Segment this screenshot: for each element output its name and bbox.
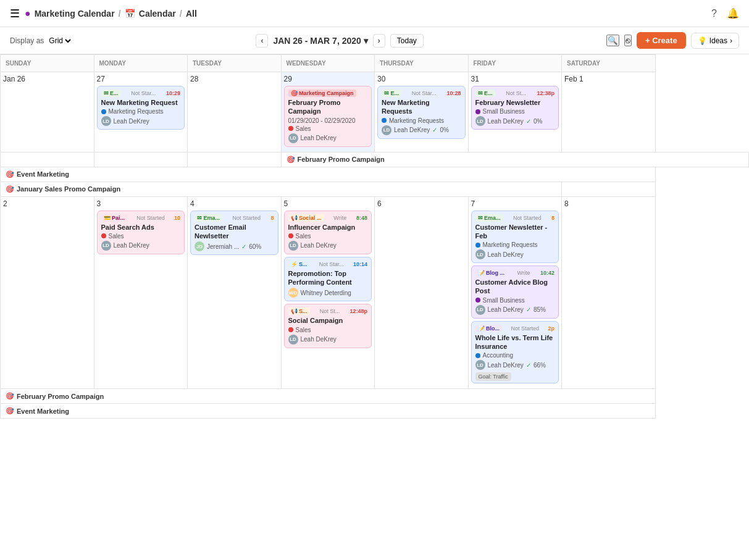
assignee-name: Leah DeKrey (488, 251, 524, 258)
event-customer-advice[interactable]: 📝 Blog ... Write 10:42 Customer Advice B… (471, 265, 559, 319)
list-dot (101, 109, 106, 114)
event-feb-promo[interactable]: 🎯 Marketing Campaign February Promo Camp… (284, 86, 372, 147)
promo-icon: 🎯 (287, 156, 295, 164)
event-text2: Event Marketing (17, 407, 69, 415)
event-tag: ✉ E... (382, 90, 401, 97)
assignee-name: Leah DeKrey (301, 336, 337, 343)
event-social-campaign[interactable]: 📢 S... Not St... 12:48p Social Campaign … (284, 304, 372, 348)
assignee-name: Leah DeKrey (394, 127, 430, 133)
event-status: Not Star... (131, 90, 156, 96)
day-27: 27 ✉ E... Not Star... 10:29 New Marketin… (94, 72, 188, 153)
event-repromotion[interactable]: ⚡ S... Not Star... 10:14 Repromotion: To… (284, 257, 372, 302)
header-wednesday: WEDNESDAY (281, 55, 375, 72)
calendar-icon: 📅 (125, 9, 135, 19)
event-time: 10:28 (446, 90, 461, 96)
help-button[interactable]: ? (711, 8, 717, 19)
list-name: Sales (109, 233, 124, 240)
event-new-marketing-request[interactable]: ✉ E... Not Star... 10:29 New Marketing R… (97, 86, 185, 130)
event-feb-newsletter[interactable]: ✉ E... Not St... 12:38p February Newslet… (471, 86, 559, 130)
event-time: 8 (551, 215, 554, 221)
week1-row: Jan 26 27 ✉ E... Not Star... 10:29 New M… (1, 72, 749, 153)
day-4: 4 ✉ Ema... Not Started 8 Customer Email … (188, 196, 282, 389)
check-icon: ✓ (432, 127, 437, 133)
header-thursday: THURSDAY (375, 55, 469, 72)
event-assignee: LD Leah DeKrey ✓ 85% (475, 305, 555, 315)
next-button[interactable]: › (373, 34, 385, 48)
search-button[interactable]: 🔍 (606, 35, 619, 46)
event-assignee: LD Leah DeKrey (288, 335, 368, 345)
event-meta: Accounting (475, 352, 555, 359)
day-5: 5 📢 Social ... Write 8:48 Influencer Cam… (281, 196, 375, 389)
pct: 85% (534, 306, 546, 313)
pct: 60% (249, 243, 261, 250)
span-empty-sun (1, 152, 94, 167)
event-customer-newsletter[interactable]: ✉ Ema... Not Started 8 Customer Newslett… (471, 211, 559, 264)
event-header: ✉ Ema... Not Started 8 (475, 214, 555, 222)
prev-button[interactable]: ‹ (256, 34, 268, 48)
list-dot (288, 126, 293, 131)
event-paid-search[interactable]: 💳 Pai... Not Started 10 Paid Search Ads … (97, 211, 185, 254)
notification-button[interactable]: 🔔 (727, 7, 739, 19)
day-num-jan26: Jan 26 (3, 75, 91, 83)
event-marketing-label: 🎯 Event Marketing (1, 167, 655, 182)
day-num-31: 31 (471, 75, 559, 83)
event-time: 8 (270, 215, 274, 221)
event-tag: ✉ E... (475, 90, 495, 97)
event-subtitle: 01/29/2020 - 02/29/2020 (288, 117, 368, 124)
jan-empty-sat (562, 182, 656, 196)
span-empty-mon (94, 152, 188, 167)
list-name: Marketing Requests (109, 108, 164, 115)
nav-right: ? 🔔 (711, 7, 739, 19)
goal-label: Goal: Traffic (475, 372, 511, 381)
assignee-name: Leah DeKrey (114, 118, 149, 125)
day-num-3: 3 (97, 199, 185, 208)
event-header: ✉ E... Not Star... 10:28 (382, 90, 461, 97)
hamburger-menu[interactable]: ☰ (10, 7, 20, 20)
today-button[interactable]: Today (390, 34, 424, 48)
event-status: Not Started (511, 325, 539, 332)
event-assignee: LD Leah DeKrey (475, 249, 555, 259)
event-header: ✉ E... Not Star... 10:29 (101, 90, 181, 97)
list-dot (475, 109, 480, 114)
event-header: ✉ Ema... Not Started 8 (195, 214, 274, 222)
list-dot (475, 243, 480, 248)
assignee-name: Jeremiah ... (207, 243, 239, 250)
grid-select[interactable]: Grid (46, 36, 73, 46)
avatar: LD (101, 241, 111, 251)
title-calendar: Calendar (139, 9, 176, 19)
avatar: LD (101, 116, 111, 126)
list-dot (475, 298, 480, 303)
title-marketing: Marketing Calendar (35, 9, 115, 19)
header-friday: FRIDAY (468, 55, 562, 72)
header-sunday: SUNDAY (1, 55, 94, 72)
assignee-name: Leah DeKrey (488, 362, 524, 369)
event-customer-email[interactable]: ✉ Ema... Not Started 8 Customer Email Ne… (190, 211, 278, 256)
jan-promo-span: 🎯 January Sales Promo Campaign (1, 182, 562, 196)
event-meta: Marketing Requests (101, 108, 181, 115)
event-influencer[interactable]: 📢 Social ... Write 8:48 Influencer Campa… (284, 211, 372, 254)
toolbar: Display as Grid ‹ JAN 26 - MAR 7, 2020 ▾… (0, 27, 749, 54)
date-range: JAN 26 - MAR 7, 2020 ▾ (273, 36, 367, 46)
event-title: February Newsletter (475, 98, 555, 107)
share-button[interactable]: ⎋ (624, 35, 632, 46)
assignee-name: Leah DeKrey (301, 135, 337, 141)
day-num-27: 27 (97, 75, 185, 83)
assignee-name: Leah DeKrey (488, 118, 524, 125)
event-whole-life[interactable]: 📝 Blo... Not Started 2p Whole Life vs. T… (471, 321, 559, 384)
feb-promo-bottom-label: 🎯 February Promo Campaign (1, 389, 655, 403)
event-assignee: LD Leah DeKrey (288, 241, 368, 251)
header-saturday: SATURDAY (562, 55, 656, 72)
assignee-name: Whitney Deterding (301, 290, 351, 296)
event-marketing-span: 🎯 Event Marketing (1, 167, 656, 182)
avatar: LD (288, 133, 298, 143)
event-text: Event Marketing (17, 170, 69, 178)
create-button[interactable]: + Create (637, 32, 686, 49)
event-new-marketing-requests[interactable]: ✉ E... Not Star... 10:28 New Marketing R… (377, 86, 466, 139)
event-header: 📝 Blog ... Write 10:42 (475, 269, 555, 277)
ideas-button[interactable]: 💡 Ideas › (691, 33, 739, 49)
event-title: Customer Newsletter - Feb (475, 223, 555, 241)
date-chevron: ▾ (364, 36, 368, 46)
event-icon: 🎯 (6, 170, 14, 178)
event-tag-marketing: 🎯 Marketing Campaign (288, 90, 356, 97)
list-name: Marketing Requests (389, 117, 444, 124)
